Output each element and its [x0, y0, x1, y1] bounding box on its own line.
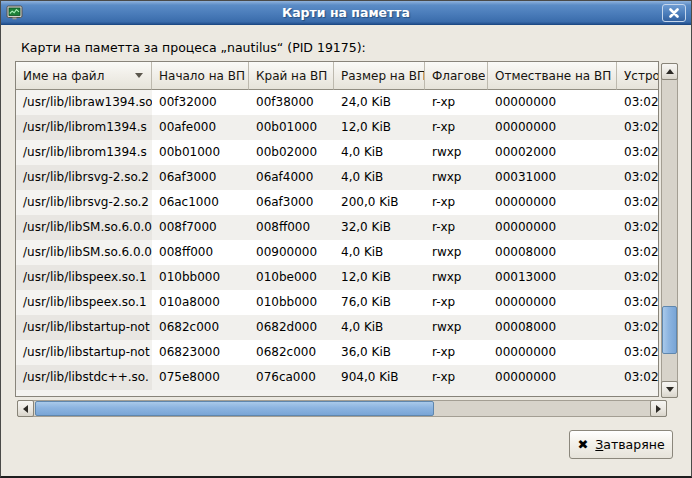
column-header-vm-end[interactable]: Край на ВП — [249, 62, 334, 90]
table-cell: 00000000 — [488, 215, 617, 240]
table-cell: 00000000 — [488, 340, 617, 365]
table-cell: 00900000 — [249, 240, 334, 265]
table-row[interactable]: /usr/lib/libspeex.so.1010bb000010be00012… — [16, 265, 658, 290]
table-cell: /usr/lib/libraw1394.so — [16, 90, 152, 115]
titlebar[interactable]: Карти на паметта — [1, 1, 691, 25]
table-row[interactable]: /usr/lib/libSM.so.6.0.0008ff000009000004… — [16, 240, 658, 265]
table-cell: 00013000 — [488, 265, 617, 290]
scroll-right-button[interactable] — [650, 400, 667, 417]
vertical-scroll-thumb[interactable] — [662, 306, 677, 354]
table-cell: 76,0 KiB — [334, 290, 425, 315]
table-cell: 03:02 — [617, 365, 659, 390]
table-cell: /usr/lib/librom1394.s — [16, 115, 152, 140]
close-icon — [669, 8, 679, 18]
table-cell: /usr/lib/libSM.so.6.0.0 — [16, 215, 152, 240]
table-cell: 0682c000 — [249, 340, 334, 365]
table-cell: rwxp — [425, 140, 488, 165]
table-cell: 06af3000 — [249, 190, 334, 215]
table-header: Име на файл Начало на ВП Край на ВП Разм… — [16, 62, 658, 90]
table-cell: /usr/lib/libstdc++.so. — [16, 365, 152, 390]
table-cell: rwxp — [425, 315, 488, 340]
table-cell: 03:02 — [617, 165, 659, 190]
table-cell: 03:02 — [617, 240, 659, 265]
vertical-scrollbar[interactable] — [661, 63, 678, 398]
table-row[interactable]: /usr/lib/libspeex.so.1010a8000010bb00076… — [16, 290, 658, 315]
table-cell: 00000000 — [488, 190, 617, 215]
table-row[interactable]: /usr/lib/libstartup-not0682c0000682d0004… — [16, 315, 658, 340]
table-cell: 076ca000 — [249, 365, 334, 390]
table-cell: 03:02 — [617, 90, 659, 115]
table-cell: 4,0 KiB — [334, 165, 425, 190]
table-row[interactable]: /usr/lib/libSM.so.6.0.0008f7000008ff0003… — [16, 215, 658, 240]
table-cell: 4,0 KiB — [334, 315, 425, 340]
table-cell: 010bb000 — [152, 265, 249, 290]
column-header-filename[interactable]: Име на файл — [16, 62, 152, 90]
table-cell: 00031000 — [488, 165, 617, 190]
table-cell: 03:02 — [617, 315, 659, 340]
scroll-up-button[interactable] — [661, 63, 678, 80]
table-cell: 0682d000 — [249, 315, 334, 340]
process-description: Карти на паметта за процеса „nautilus“ (… — [21, 40, 366, 55]
window-title: Карти на паметта — [1, 5, 691, 20]
table-cell: 12,0 KiB — [334, 115, 425, 140]
table-cell: 010bb000 — [249, 290, 334, 315]
table-cell: 03:02 — [617, 215, 659, 240]
table-row[interactable]: /usr/lib/librom1394.s00afe00000b0100012,… — [16, 115, 658, 140]
table-row[interactable]: /usr/lib/libstartup-not068230000682c0003… — [16, 340, 658, 365]
table-cell: 0682c000 — [152, 315, 249, 340]
table-cell: 06af4000 — [249, 165, 334, 190]
scroll-down-button[interactable] — [661, 381, 678, 398]
table-cell: rwxp — [425, 265, 488, 290]
table-body: /usr/lib/libraw1394.so00f3200000f3800024… — [16, 90, 658, 390]
table-cell: r-xp — [425, 190, 488, 215]
horizontal-scroll-thumb[interactable] — [35, 401, 434, 416]
table-cell: 32,0 KiB — [334, 215, 425, 240]
close-dialog-button[interactable]: ✖ Затваряне — [569, 430, 673, 459]
column-header-flags[interactable]: Флагове — [425, 62, 488, 90]
table-cell: 00008000 — [488, 240, 617, 265]
table-row[interactable]: /usr/lib/libraw1394.so00f3200000f3800024… — [16, 90, 658, 115]
table-cell: 06ac1000 — [152, 190, 249, 215]
horizontal-scrollbar[interactable] — [17, 400, 667, 417]
table-cell: 00f38000 — [249, 90, 334, 115]
table-cell: 200,0 KiB — [334, 190, 425, 215]
table-cell: 06823000 — [152, 340, 249, 365]
table-cell: rwxp — [425, 240, 488, 265]
table-cell: r-xp — [425, 90, 488, 115]
arrow-down-icon — [666, 387, 674, 392]
scroll-left-button[interactable] — [17, 400, 34, 417]
table-cell: /usr/lib/libSM.so.6.0.0 — [16, 240, 152, 265]
table-cell: 4,0 KiB — [334, 240, 425, 265]
table-cell: 008ff000 — [152, 240, 249, 265]
table-cell: 075e8000 — [152, 365, 249, 390]
table-cell: 06af3000 — [152, 165, 249, 190]
table-row[interactable]: /usr/lib/libstdc++.so.075e8000076ca00090… — [16, 365, 658, 390]
column-header-vm-offset[interactable]: Отместване на ВП — [488, 62, 617, 90]
close-button-label: Затваряне — [595, 437, 664, 452]
column-header-vm-start[interactable]: Начало на ВП — [152, 62, 249, 90]
table-cell: /usr/lib/librsvg-2.so.2 — [16, 190, 152, 215]
table-cell: /usr/lib/libspeex.so.1 — [16, 290, 152, 315]
window-close-button[interactable] — [662, 4, 686, 22]
table-cell: r-xp — [425, 340, 488, 365]
table-row[interactable]: /usr/lib/librom1394.s00b0100000b020004,0… — [16, 140, 658, 165]
table-cell: /usr/lib/librsvg-2.so.2 — [16, 165, 152, 190]
arrow-left-icon — [23, 405, 28, 413]
table-cell: 904,0 KiB — [334, 365, 425, 390]
table-row[interactable]: /usr/lib/librsvg-2.so.206ac100006af30002… — [16, 190, 658, 215]
sort-descending-icon — [135, 73, 143, 78]
table-cell: 00008000 — [488, 315, 617, 340]
table-cell: r-xp — [425, 365, 488, 390]
table-cell: 00000000 — [488, 365, 617, 390]
column-header-vm-size[interactable]: Размер на ВП — [334, 62, 425, 90]
table-cell: 00000000 — [488, 115, 617, 140]
memory-maps-dialog: Карти на паметта Карти на паметта за про… — [0, 0, 692, 478]
table-cell: 03:02 — [617, 340, 659, 365]
column-header-device[interactable]: Устройство — [617, 62, 659, 90]
table-cell: r-xp — [425, 115, 488, 140]
table-row[interactable]: /usr/lib/librsvg-2.so.206af300006af40004… — [16, 165, 658, 190]
table-cell: 03:02 — [617, 115, 659, 140]
table-cell: 4,0 KiB — [334, 140, 425, 165]
table-cell: 03:02 — [617, 265, 659, 290]
table-cell: 00afe000 — [152, 115, 249, 140]
